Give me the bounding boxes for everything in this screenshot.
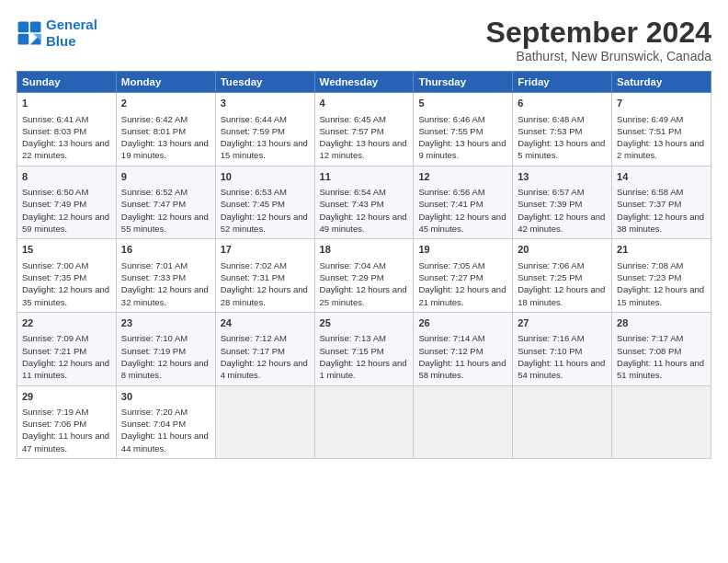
daylight: Daylight: 13 hours and 19 minutes. xyxy=(121,138,209,160)
sunset: Sunset: 7:59 PM xyxy=(221,126,285,136)
sunset: Sunset: 7:23 PM xyxy=(617,272,681,282)
col-tuesday: Tuesday xyxy=(215,72,314,93)
sunrise: Sunrise: 6:57 AM xyxy=(518,187,584,197)
daylight: Daylight: 12 hours and 49 minutes. xyxy=(320,212,407,234)
sunrise: Sunrise: 6:53 AM xyxy=(221,187,287,197)
table-row: 4Sunrise: 6:45 AMSunset: 7:57 PMDaylight… xyxy=(314,93,414,167)
sunset: Sunset: 7:41 PM xyxy=(418,199,483,209)
sunset: Sunset: 7:57 PM xyxy=(320,126,384,136)
table-row: 18Sunrise: 7:04 AMSunset: 7:29 PMDayligh… xyxy=(314,239,414,313)
sunset: Sunset: 7:27 PM xyxy=(418,272,483,282)
table-row: 17Sunrise: 7:02 AMSunset: 7:31 PMDayligh… xyxy=(215,239,314,313)
daylight: Daylight: 12 hours and 21 minutes. xyxy=(418,284,506,306)
logo-text: General Blue xyxy=(46,17,97,50)
sunset: Sunset: 7:25 PM xyxy=(518,272,582,282)
day-number: 26 xyxy=(418,316,507,330)
sunrise: Sunrise: 6:45 AM xyxy=(320,114,386,124)
sunset: Sunset: 7:29 PM xyxy=(320,272,384,282)
day-number: 4 xyxy=(320,97,409,110)
daylight: Daylight: 11 hours and 54 minutes. xyxy=(518,358,605,380)
sunrise: Sunrise: 6:54 AM xyxy=(320,187,386,197)
table-row: 25Sunrise: 7:13 AMSunset: 7:15 PMDayligh… xyxy=(314,312,414,385)
day-number: 17 xyxy=(221,243,310,257)
day-number: 18 xyxy=(320,243,409,257)
sunset: Sunset: 7:47 PM xyxy=(121,199,186,209)
calendar-body: 1Sunrise: 6:41 AMSunset: 8:03 PMDaylight… xyxy=(17,93,711,459)
sunset: Sunset: 7:45 PM xyxy=(221,199,285,209)
day-number: 3 xyxy=(221,97,310,110)
table-row xyxy=(414,385,513,459)
day-number: 8 xyxy=(22,170,111,184)
table-row: 20Sunrise: 7:06 AMSunset: 7:25 PMDayligh… xyxy=(513,239,612,313)
calendar-table: Sunday Monday Tuesday Wednesday Thursday… xyxy=(17,71,711,459)
daylight: Daylight: 13 hours and 2 minutes. xyxy=(617,138,704,160)
daylight: Daylight: 12 hours and 18 minutes. xyxy=(518,284,605,306)
sunset: Sunset: 7:12 PM xyxy=(418,346,483,356)
sunrise: Sunrise: 7:04 AM xyxy=(320,260,386,270)
sunrise: Sunrise: 7:19 AM xyxy=(22,407,88,417)
sunrise: Sunrise: 6:49 AM xyxy=(617,114,683,124)
sunset: Sunset: 8:03 PM xyxy=(22,126,86,136)
sunset: Sunset: 7:04 PM xyxy=(121,419,186,429)
daylight: Daylight: 12 hours and 1 minute. xyxy=(320,358,407,380)
table-row: 6Sunrise: 6:48 AMSunset: 7:53 PMDaylight… xyxy=(513,93,612,167)
day-number: 27 xyxy=(518,316,607,330)
table-row: 30Sunrise: 7:20 AMSunset: 7:04 PMDayligh… xyxy=(116,385,215,459)
sunrise: Sunrise: 7:10 AM xyxy=(121,333,188,343)
table-row: 21Sunrise: 7:08 AMSunset: 7:23 PMDayligh… xyxy=(612,239,711,313)
sunset: Sunset: 7:10 PM xyxy=(518,346,582,356)
logo-line1: General xyxy=(46,17,97,32)
daylight: Daylight: 12 hours and 32 minutes. xyxy=(121,284,209,306)
day-number: 12 xyxy=(418,170,507,184)
location: Bathurst, New Brunswick, Canada xyxy=(486,49,711,63)
daylight: Daylight: 13 hours and 5 minutes. xyxy=(518,138,605,160)
daylight: Daylight: 12 hours and 11 minutes. xyxy=(22,358,109,380)
daylight: Daylight: 11 hours and 47 minutes. xyxy=(22,431,109,453)
daylight: Daylight: 13 hours and 9 minutes. xyxy=(418,138,506,160)
sunrise: Sunrise: 6:42 AM xyxy=(121,114,188,124)
logo-icon xyxy=(17,20,42,46)
day-number: 6 xyxy=(518,97,607,110)
col-monday: Monday xyxy=(116,72,215,93)
calendar-row: 29Sunrise: 7:19 AMSunset: 7:06 PMDayligh… xyxy=(17,385,711,459)
logo: General Blue xyxy=(17,17,97,50)
day-number: 21 xyxy=(617,243,706,257)
sunrise: Sunrise: 7:08 AM xyxy=(617,260,683,270)
logo-line2: Blue xyxy=(46,33,76,49)
table-row xyxy=(612,385,711,459)
sunrise: Sunrise: 6:50 AM xyxy=(22,187,88,197)
day-number: 28 xyxy=(617,316,706,330)
month-year: September 2024 xyxy=(486,17,711,49)
sunrise: Sunrise: 7:00 AM xyxy=(22,260,88,270)
daylight: Daylight: 12 hours and 4 minutes. xyxy=(221,358,308,380)
day-number: 15 xyxy=(22,243,111,257)
table-row xyxy=(513,385,612,459)
day-number: 29 xyxy=(22,390,111,404)
table-row: 1Sunrise: 6:41 AMSunset: 8:03 PMDaylight… xyxy=(17,93,117,167)
sunset: Sunset: 7:31 PM xyxy=(221,272,285,282)
daylight: Daylight: 12 hours and 42 minutes. xyxy=(518,212,605,234)
title-block: September 2024 Bathurst, New Brunswick, … xyxy=(486,17,711,63)
day-number: 10 xyxy=(221,170,310,184)
table-row: 26Sunrise: 7:14 AMSunset: 7:12 PMDayligh… xyxy=(414,312,513,385)
table-row: 24Sunrise: 7:12 AMSunset: 7:17 PMDayligh… xyxy=(215,312,314,385)
sunrise: Sunrise: 6:48 AM xyxy=(518,114,584,124)
sunset: Sunset: 7:19 PM xyxy=(121,346,186,356)
sunset: Sunset: 7:49 PM xyxy=(22,199,86,209)
daylight: Daylight: 12 hours and 28 minutes. xyxy=(221,284,308,306)
sunrise: Sunrise: 7:01 AM xyxy=(121,260,188,270)
header-row: Sunday Monday Tuesday Wednesday Thursday… xyxy=(17,72,711,93)
sunrise: Sunrise: 7:02 AM xyxy=(221,260,287,270)
day-number: 25 xyxy=(320,316,409,330)
col-wednesday: Wednesday xyxy=(314,72,414,93)
table-row: 27Sunrise: 7:16 AMSunset: 7:10 PMDayligh… xyxy=(513,312,612,385)
day-number: 7 xyxy=(617,97,706,110)
day-number: 11 xyxy=(320,170,409,184)
svg-rect-1 xyxy=(30,22,41,33)
day-number: 19 xyxy=(418,243,507,257)
sunset: Sunset: 8:01 PM xyxy=(121,126,186,136)
daylight: Daylight: 12 hours and 25 minutes. xyxy=(320,284,407,306)
day-number: 1 xyxy=(22,97,111,110)
daylight: Daylight: 13 hours and 15 minutes. xyxy=(221,138,308,160)
table-row: 8Sunrise: 6:50 AMSunset: 7:49 PMDaylight… xyxy=(17,166,117,239)
